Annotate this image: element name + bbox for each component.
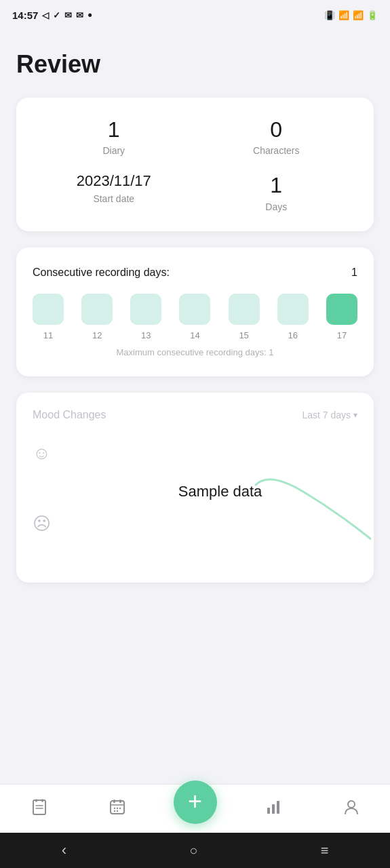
svg-rect-8 (119, 800, 121, 803)
positive-mood-icon: ☺ (33, 444, 51, 462)
negative-mood-icon: ☹ (33, 515, 51, 532)
day-dot-15 (229, 294, 260, 325)
email-icon: ✉ (64, 10, 72, 20)
max-days-label: Maximum consecutive recording days: (117, 347, 267, 357)
mood-header: Mood Changes Last 7 days ▾ (33, 409, 357, 421)
days-stat: 1 Days (195, 172, 358, 212)
svg-point-10 (116, 807, 117, 808)
day-item-17: 17 (326, 294, 357, 340)
day-number-16: 16 (288, 330, 298, 340)
mood-title: Mood Changes (33, 409, 106, 421)
day-item-14: 14 (179, 294, 210, 340)
svg-point-11 (119, 807, 120, 808)
home-button[interactable]: ○ (189, 843, 197, 859)
mood-chart-area: ☺ ☹ Sample data (33, 437, 357, 546)
nav-item-profile[interactable] (312, 785, 390, 833)
svg-rect-16 (277, 801, 279, 814)
days-label: Days (195, 201, 358, 212)
diary-label: Diary (33, 145, 195, 156)
consecutive-count: 1 (351, 267, 357, 279)
diary-stat: 1 Diary (33, 117, 195, 156)
svg-rect-14 (267, 808, 270, 814)
max-days-text: Maximum consecutive recording days: 1 (33, 347, 357, 357)
day-dot-17 (326, 294, 357, 325)
day-number-14: 14 (190, 330, 199, 340)
status-bar: 14:57 ◁ ✓ ✉ ✉ • 📳 📶 📶 🔋 (0, 0, 390, 30)
days-value: 1 (195, 172, 358, 198)
day-number-11: 11 (43, 330, 53, 340)
back-button[interactable]: ‹ (62, 842, 66, 859)
svg-point-17 (348, 801, 355, 808)
day-dot-13 (130, 294, 161, 325)
bottom-nav: + (0, 784, 390, 833)
svg-point-13 (116, 810, 117, 811)
svg-rect-1 (35, 799, 37, 802)
status-right: 📳 📶 📶 🔋 (324, 10, 378, 20)
start-date-label: Start date (33, 193, 195, 204)
plus-icon: + (188, 789, 202, 814)
day-number-17: 17 (337, 330, 347, 340)
characters-value: 0 (195, 117, 358, 142)
days-row: 11 12 13 14 15 16 (33, 294, 357, 340)
svg-rect-15 (272, 804, 275, 814)
consecutive-row: Consecutive recording days: 1 (33, 267, 357, 279)
stats-grid: 1 Diary 0 Characters 2023/11/17 Start da… (33, 117, 357, 212)
status-left: 14:57 ◁ ✓ ✉ ✉ • (12, 9, 92, 21)
location-icon: ◁ (42, 10, 49, 20)
day-dot-14 (179, 294, 210, 325)
calendar-icon (109, 798, 126, 820)
system-nav: ‹ ○ ≡ (0, 833, 390, 868)
battery-icon: 🔋 (367, 10, 378, 20)
day-number-15: 15 (239, 330, 248, 340)
time-label: 14:57 (12, 9, 38, 21)
nav-item-diary[interactable] (0, 785, 78, 833)
stats-card: 1 Diary 0 Characters 2023/11/17 Start da… (16, 98, 374, 231)
wifi-icon: 📶 (338, 10, 349, 20)
signal-icon: 📶 (353, 10, 364, 20)
day-dot-16 (277, 294, 309, 325)
start-date-stat: 2023/11/17 Start date (33, 172, 195, 212)
nav-item-calendar[interactable] (78, 785, 156, 833)
chevron-down-icon: ▾ (353, 410, 357, 420)
day-item-11: 11 (33, 294, 64, 340)
day-item-16: 16 (277, 294, 309, 340)
page-content: Review 1 Diary 0 Characters 2023/11/17 S… (0, 30, 390, 583)
svg-rect-7 (113, 800, 115, 803)
diary-value: 1 (33, 117, 195, 142)
day-dot-11 (33, 294, 64, 325)
menu-button[interactable]: ≡ (321, 843, 329, 859)
svg-rect-0 (33, 800, 45, 814)
mood-filter-label: Last 7 days (302, 410, 351, 420)
svg-point-12 (113, 810, 115, 811)
characters-label: Characters (195, 145, 358, 156)
max-days-value: 1 (269, 347, 273, 357)
diary-icon (31, 798, 48, 820)
email2-icon: ✉ (76, 10, 83, 20)
day-number-13: 13 (141, 330, 151, 340)
day-number-12: 12 (92, 330, 102, 340)
start-date-value: 2023/11/17 (33, 172, 195, 190)
nav-item-add[interactable]: + (156, 785, 234, 833)
mood-curve-chart (201, 458, 371, 546)
dot-icon: • (87, 9, 92, 21)
nav-item-stats[interactable] (234, 785, 312, 833)
vibrate-icon: 📳 (324, 10, 335, 20)
check-icon: ✓ (53, 10, 60, 20)
add-fab-button[interactable]: + (174, 781, 217, 824)
mood-card: Mood Changes Last 7 days ▾ ☺ ☹ Sample da… (16, 393, 374, 583)
chart-icon (265, 798, 282, 820)
consecutive-label: Consecutive recording days: (33, 267, 170, 279)
svg-rect-2 (41, 799, 43, 802)
day-dot-12 (81, 294, 113, 325)
mood-icon-row: ☺ ☹ (33, 444, 51, 532)
day-item-15: 15 (229, 294, 260, 340)
page-title: Review (16, 50, 374, 79)
day-item-12: 12 (81, 294, 113, 340)
svg-point-9 (113, 807, 115, 808)
consecutive-card: Consecutive recording days: 1 11 12 13 1… (16, 248, 374, 376)
mood-filter[interactable]: Last 7 days ▾ (302, 410, 357, 420)
profile-icon (343, 798, 360, 820)
day-item-13: 13 (130, 294, 161, 340)
characters-stat: 0 Characters (195, 117, 358, 156)
